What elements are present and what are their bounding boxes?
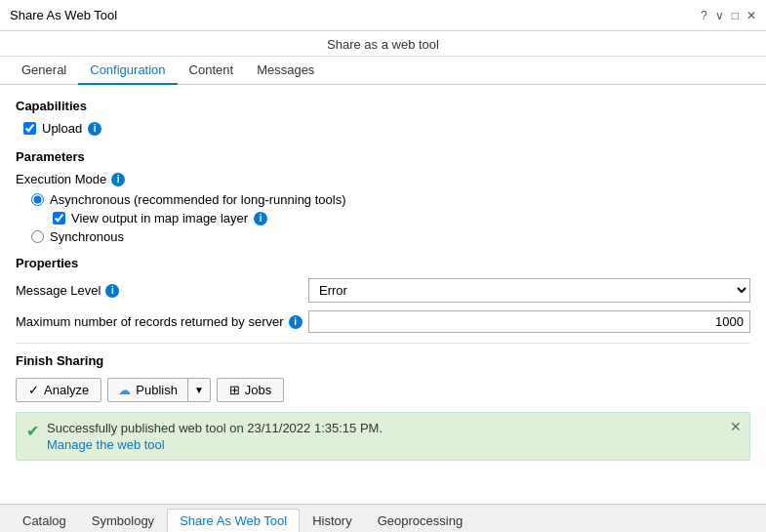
close-button[interactable]: ✕ — [746, 9, 756, 22]
bottom-tab-history[interactable]: History — [300, 509, 364, 532]
publish-main[interactable]: ☁ Publish — [108, 379, 188, 401]
view-output-info-icon[interactable]: i — [254, 212, 267, 225]
execution-mode-radio-group: Asynchronous (recommended for long-runni… — [31, 192, 750, 244]
analyze-button[interactable]: ✓ Analyze — [16, 378, 101, 402]
title-bar: Share As Web Tool ? ∨ □ ✕ — [0, 0, 766, 31]
execution-mode-info-icon[interactable]: i — [111, 173, 125, 186]
main-content: Capabilities Upload i Parameters Executi… — [0, 85, 766, 504]
success-check-icon: ✔ — [26, 422, 39, 440]
message-level-dropdown[interactable]: Error Warning Info None — [308, 278, 750, 303]
publish-dropdown-arrow[interactable]: ▼ — [188, 379, 210, 401]
tab-content[interactable]: Content — [178, 57, 246, 85]
parameters-section: Parameters Execution Mode i Asynchronous… — [16, 149, 750, 333]
main-tabs: General Configuration Content Messages — [0, 57, 766, 85]
publish-label: Publish — [136, 383, 178, 397]
tab-messages[interactable]: Messages — [245, 57, 326, 85]
message-level-label: Message Level i — [16, 283, 308, 298]
finish-sharing-buttons: ✓ Analyze ☁ Publish ▼ ⊞ Jobs — [16, 378, 750, 402]
manage-web-tool-link[interactable]: Manage the web tool — [47, 437, 165, 452]
finish-sharing-section: Finish Sharing ✓ Analyze ☁ Publish ▼ ⊞ — [16, 343, 750, 461]
sync-label: Synchronous — [50, 229, 124, 244]
max-records-row: Maximum number of records returned by se… — [16, 310, 750, 333]
message-level-control: Error Warning Info None — [308, 278, 750, 303]
finish-sharing-header: Finish Sharing — [16, 353, 750, 368]
analyze-check-icon: ✓ — [28, 383, 39, 397]
bottom-tab-symbology[interactable]: Symbology — [79, 509, 167, 532]
message-level-row: Message Level i Error Warning Info None — [16, 278, 750, 303]
upload-label: Upload — [42, 121, 82, 136]
banner-close-button[interactable]: ✕ — [730, 419, 742, 434]
maximize-button[interactable]: □ — [732, 9, 739, 22]
tab-configuration[interactable]: Configuration — [78, 57, 177, 85]
view-output-label: View output in map image layer — [71, 211, 248, 225]
minimize-button[interactable]: ∨ — [715, 9, 724, 22]
jobs-label: Jobs — [245, 383, 271, 397]
chevron-down-icon: ▼ — [194, 385, 204, 395]
parameters-header: Parameters — [16, 149, 750, 164]
max-records-control — [308, 310, 750, 333]
sync-radio[interactable] — [31, 230, 44, 243]
window-controls[interactable]: ? ∨ □ ✕ — [701, 9, 756, 22]
window-title: Share As Web Tool — [10, 8, 117, 22]
bottom-tab-geoprocessing[interactable]: Geoprocessing — [365, 509, 475, 532]
max-records-info-icon[interactable]: i — [289, 315, 302, 329]
grid-icon: ⊞ — [229, 383, 240, 397]
capabilities-header: Capabilities — [16, 99, 750, 113]
upload-row: Upload i — [23, 121, 750, 136]
view-output-checkbox[interactable] — [53, 212, 65, 225]
tab-general[interactable]: General — [10, 57, 78, 85]
properties-section: Properties Message Level i Error Warning… — [16, 256, 750, 333]
async-radio-item: Asynchronous (recommended for long-runni… — [31, 192, 750, 207]
success-text: Successfully published web tool on 23/11… — [47, 421, 740, 452]
bottom-tab-catalog[interactable]: Catalog — [10, 509, 79, 532]
analyze-label: Analyze — [44, 383, 89, 397]
help-button[interactable]: ? — [701, 9, 707, 22]
execution-mode-label: Execution Mode i — [16, 172, 750, 186]
success-banner: ✔ Successfully published web tool on 23/… — [16, 412, 750, 461]
properties-header: Properties — [16, 256, 750, 270]
upload-checkbox[interactable] — [23, 122, 36, 135]
jobs-button[interactable]: ⊞ Jobs — [217, 378, 284, 402]
capabilities-section: Capabilities Upload i — [16, 99, 750, 136]
upload-info-icon[interactable]: i — [88, 122, 101, 136]
max-records-label: Maximum number of records returned by se… — [16, 314, 308, 329]
async-radio[interactable] — [31, 193, 44, 206]
sync-radio-item: Synchronous — [31, 229, 750, 244]
message-level-info-icon[interactable]: i — [105, 284, 119, 298]
publish-split-button[interactable]: ☁ Publish ▼ — [107, 378, 211, 402]
cloud-icon: ☁ — [118, 383, 131, 397]
bottom-tabs: Catalog Symbology Share As Web Tool Hist… — [0, 504, 766, 532]
page-subtitle: Share as a web tool — [0, 31, 766, 57]
max-records-input[interactable] — [308, 310, 750, 333]
success-message: Successfully published web tool on 23/11… — [47, 421, 740, 435]
view-output-row: View output in map image layer i — [53, 211, 750, 225]
bottom-tab-share-as-web-tool[interactable]: Share As Web Tool — [167, 509, 300, 532]
async-label: Asynchronous (recommended for long-runni… — [50, 192, 346, 207]
